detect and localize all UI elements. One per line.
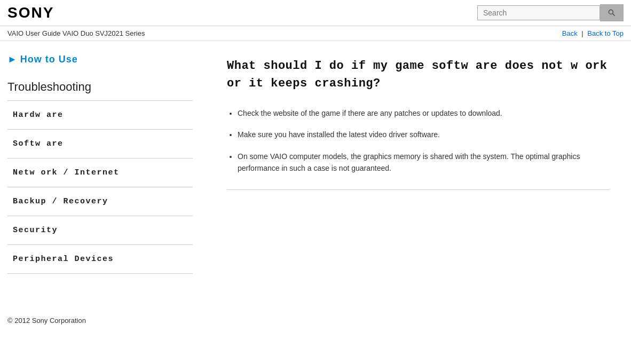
content-title: What should I do if my game softw are do… [227, 57, 610, 92]
sidebar-item-network-internet[interactable]: Netw ork / Internet [7, 159, 193, 187]
sidebar-item-hardware[interactable]: Hardw are [7, 101, 193, 129]
search-area [477, 4, 624, 21]
search-button[interactable] [600, 4, 624, 21]
svg-line-1 [612, 14, 614, 16]
search-input[interactable] [477, 5, 600, 20]
chevron-right-icon: ► [7, 54, 17, 65]
copyright-text: © 2012 Sony Corporation [7, 316, 86, 325]
header: SONY [0, 0, 631, 26]
svg-point-0 [609, 10, 613, 14]
sidebar-item-peripheral-devices[interactable]: Peripheral Devices [7, 245, 193, 273]
troubleshooting-title: Troubleshooting [7, 80, 193, 97]
back-link[interactable]: Back [562, 29, 578, 37]
list-item: Make sure you have installed the latest … [238, 129, 610, 140]
sidebar-item-software[interactable]: Softw are [7, 130, 193, 158]
breadcrumb-nav: Back | Back to Top [562, 29, 624, 37]
breadcrumb-bar: VAIO User Guide VAIO Duo SVJ2021 Series … [0, 26, 631, 41]
back-to-top-link[interactable]: Back to Top [587, 29, 624, 37]
content-divider [227, 189, 610, 190]
how-to-use-link[interactable]: ► How to Use [7, 54, 193, 65]
list-item: Check the website of the game if there a… [238, 107, 610, 119]
sidebar: ► How to Use Troubleshooting Hardw are S… [0, 41, 200, 287]
content-list: Check the website of the game if there a… [227, 107, 610, 175]
breadcrumb-separator: | [581, 29, 583, 37]
breadcrumb-title: VAIO User Guide VAIO Duo SVJ2021 Series [7, 29, 145, 37]
sidebar-item-backup-recovery[interactable]: Backup / Recovery [7, 187, 193, 216]
main-layout: ► How to Use Troubleshooting Hardw are S… [0, 41, 631, 287]
footer: © 2012 Sony Corporation [0, 308, 631, 333]
list-item: On some VAIO computer models, the graphi… [238, 151, 610, 175]
search-icon [608, 9, 616, 17]
sony-logo: SONY [7, 4, 54, 21]
sidebar-item-security[interactable]: Security [7, 216, 193, 244]
how-to-use-label: How to Use [20, 54, 78, 65]
content-area: What should I do if my game softw are do… [200, 41, 631, 287]
divider-peripheral [7, 273, 193, 274]
